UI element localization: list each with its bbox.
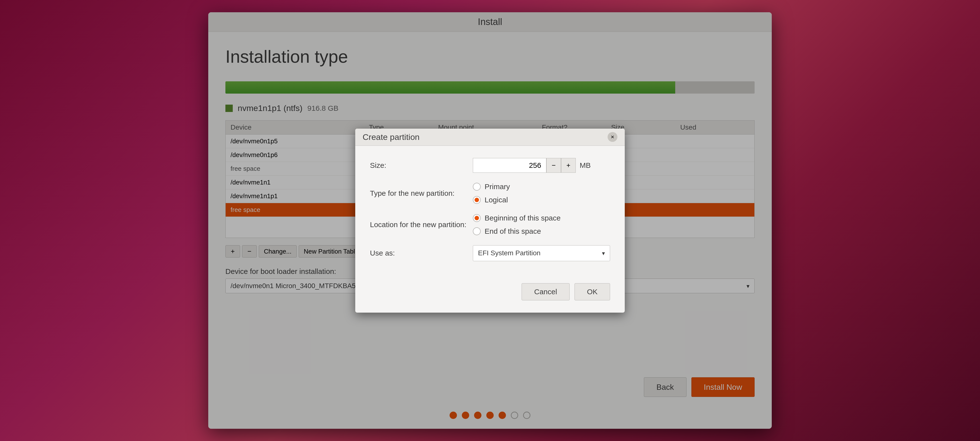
dialog-title: Create partition xyxy=(363,132,420,142)
size-label: Size: xyxy=(370,161,473,170)
type-label: Type for the new partition: xyxy=(370,189,473,197)
radio-logical-outer xyxy=(473,196,481,204)
chevron-down-icon xyxy=(602,249,605,257)
dialog-title-bar: Create partition × xyxy=(355,129,625,146)
dialog-content: Size: − + MB Type for the new partition: xyxy=(355,146,625,283)
radio-beginning-outer xyxy=(473,214,481,222)
use-as-row: Use as: EFI System Partition xyxy=(370,245,610,261)
dialog-overlay: Create partition × Size: − + MB Type for xyxy=(208,12,772,429)
radio-end-label: End of this space xyxy=(485,227,541,236)
partition-type-row: Type for the new partition: Primary Logi… xyxy=(370,183,610,204)
partition-location-radio-group: Beginning of this space End of this spac… xyxy=(473,214,560,236)
use-as-value: EFI System Partition xyxy=(478,249,541,257)
radio-primary-label: Primary xyxy=(485,183,510,191)
radio-end[interactable]: End of this space xyxy=(473,227,560,236)
radio-beginning-inner xyxy=(474,216,479,220)
cancel-button[interactable]: Cancel xyxy=(522,283,570,300)
partition-type-radio-group: Primary Logical xyxy=(473,183,510,204)
dialog-close-button[interactable]: × xyxy=(608,132,617,142)
radio-beginning-label: Beginning of this space xyxy=(485,214,560,222)
location-label: Location for the new partition: xyxy=(370,221,473,229)
decrease-size-button[interactable]: − xyxy=(546,158,561,173)
radio-primary-outer xyxy=(473,183,481,191)
partition-location-row: Location for the new partition: Beginnin… xyxy=(370,214,610,236)
size-input-group: − + MB xyxy=(473,158,591,173)
radio-logical[interactable]: Logical xyxy=(473,196,510,204)
use-as-label: Use as: xyxy=(370,249,473,257)
radio-beginning[interactable]: Beginning of this space xyxy=(473,214,560,222)
dialog-footer: Cancel OK xyxy=(355,283,625,313)
radio-logical-inner xyxy=(474,198,479,202)
increase-size-button[interactable]: + xyxy=(561,158,576,173)
use-as-dropdown[interactable]: EFI System Partition xyxy=(473,245,610,261)
radio-end-outer xyxy=(473,228,481,235)
installer-window: Install Installation type nvme1n1p1 (ntf… xyxy=(208,12,772,429)
ok-button[interactable]: OK xyxy=(574,283,610,300)
size-input[interactable] xyxy=(473,158,546,173)
create-partition-dialog: Create partition × Size: − + MB Type for xyxy=(355,129,625,313)
size-row: Size: − + MB xyxy=(370,158,610,173)
radio-logical-label: Logical xyxy=(485,196,508,204)
size-unit: MB xyxy=(580,161,591,170)
radio-primary[interactable]: Primary xyxy=(473,183,510,191)
